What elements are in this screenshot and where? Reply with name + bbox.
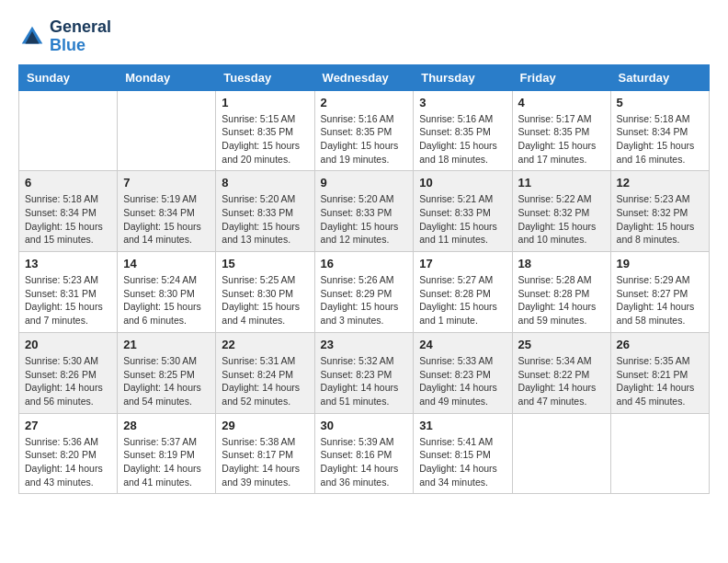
day-info: Sunrise: 5:35 AMSunset: 8:21 PMDaylight:… [617,354,703,408]
day-info: Sunrise: 5:30 AMSunset: 8:26 PMDaylight:… [25,354,111,408]
day-number: 21 [123,338,210,351]
day-number: 9 [321,176,408,190]
day-info: Sunrise: 5:16 AMSunset: 8:35 PMDaylight:… [321,112,408,167]
calendar-cell: 15Sunrise: 5:25 AMSunset: 8:30 PMDayligh… [216,252,314,333]
calendar-week-row: 13Sunrise: 5:23 AMSunset: 8:31 PMDayligh… [19,252,710,333]
day-number: 8 [222,176,308,190]
day-number: 29 [222,419,308,432]
day-number: 2 [321,96,408,109]
day-number: 23 [321,338,408,351]
day-number: 26 [617,338,703,351]
day-info: Sunrise: 5:20 AMSunset: 8:33 PMDaylight:… [321,192,408,247]
calendar-cell: 18Sunrise: 5:28 AMSunset: 8:28 PMDayligh… [512,252,610,333]
calendar-cell: 31Sunrise: 5:41 AMSunset: 8:15 PMDayligh… [414,413,512,494]
calendar-cell: 10Sunrise: 5:21 AMSunset: 8:33 PMDayligh… [414,171,512,252]
day-info: Sunrise: 5:20 AMSunset: 8:33 PMDaylight:… [222,192,308,247]
calendar-cell: 3Sunrise: 5:16 AMSunset: 8:35 PMDaylight… [414,90,512,171]
day-number: 30 [321,419,408,432]
day-number: 20 [25,338,111,351]
calendar-cell [512,413,610,494]
day-info: Sunrise: 5:16 AMSunset: 8:35 PMDaylight:… [419,112,506,167]
day-number: 10 [419,176,506,190]
day-number: 3 [419,96,506,109]
calendar-cell: 23Sunrise: 5:32 AMSunset: 8:23 PMDayligh… [314,332,414,413]
calendar-cell: 6Sunrise: 5:18 AMSunset: 8:34 PMDaylight… [19,171,118,252]
calendar-cell: 5Sunrise: 5:18 AMSunset: 8:34 PMDaylight… [610,90,709,171]
calendar-cell: 4Sunrise: 5:17 AMSunset: 8:35 PMDaylight… [512,90,610,171]
day-number: 18 [518,257,605,270]
weekday-header-tuesday: Tuesday [216,64,314,90]
calendar-cell: 30Sunrise: 5:39 AMSunset: 8:16 PMDayligh… [314,413,414,494]
day-info: Sunrise: 5:32 AMSunset: 8:23 PMDaylight:… [321,354,408,408]
day-info: Sunrise: 5:17 AMSunset: 8:35 PMDaylight:… [518,112,605,167]
day-info: Sunrise: 5:24 AMSunset: 8:30 PMDaylight:… [123,273,210,327]
calendar-cell: 8Sunrise: 5:20 AMSunset: 8:33 PMDaylight… [216,171,314,252]
day-info: Sunrise: 5:34 AMSunset: 8:22 PMDaylight:… [518,354,605,408]
day-number: 6 [25,176,111,190]
day-info: Sunrise: 5:29 AMSunset: 8:27 PMDaylight:… [617,273,703,327]
day-number: 11 [518,176,605,190]
day-info: Sunrise: 5:18 AMSunset: 8:34 PMDaylight:… [617,112,703,167]
logo-text-blue: Blue [50,37,111,55]
day-info: Sunrise: 5:19 AMSunset: 8:34 PMDaylight:… [123,192,210,247]
logo-icon [18,23,46,51]
day-number: 5 [617,96,703,109]
calendar-cell: 25Sunrise: 5:34 AMSunset: 8:22 PMDayligh… [512,332,610,413]
day-number: 14 [123,257,210,270]
day-number: 19 [617,257,703,270]
day-info: Sunrise: 5:23 AMSunset: 8:31 PMDaylight:… [25,273,111,327]
page-header: General Blue [18,18,710,55]
calendar-cell: 27Sunrise: 5:36 AMSunset: 8:20 PMDayligh… [19,413,118,494]
weekday-header-wednesday: Wednesday [314,64,414,90]
calendar-cell [610,413,709,494]
calendar-cell: 26Sunrise: 5:35 AMSunset: 8:21 PMDayligh… [610,332,709,413]
logo: General Blue [18,18,111,55]
day-number: 22 [222,338,308,351]
calendar-cell: 19Sunrise: 5:29 AMSunset: 8:27 PMDayligh… [610,252,709,333]
day-number: 1 [222,96,308,109]
calendar-cell: 7Sunrise: 5:19 AMSunset: 8:34 PMDaylight… [118,171,216,252]
calendar-cell [118,90,216,171]
weekday-header-monday: Monday [118,64,216,90]
calendar-cell: 22Sunrise: 5:31 AMSunset: 8:24 PMDayligh… [216,332,314,413]
calendar-week-row: 1Sunrise: 5:15 AMSunset: 8:35 PMDaylight… [19,90,710,171]
day-number: 24 [419,338,506,351]
day-info: Sunrise: 5:23 AMSunset: 8:32 PMDaylight:… [617,192,703,247]
calendar-week-row: 6Sunrise: 5:18 AMSunset: 8:34 PMDaylight… [19,171,710,252]
day-info: Sunrise: 5:26 AMSunset: 8:29 PMDaylight:… [321,273,408,327]
weekday-header-thursday: Thursday [414,64,512,90]
day-info: Sunrise: 5:28 AMSunset: 8:28 PMDaylight:… [518,273,605,327]
calendar-table: SundayMondayTuesdayWednesdayThursdayFrid… [18,64,710,495]
calendar-cell [19,90,118,171]
weekday-header-sunday: Sunday [19,64,118,90]
weekday-header-saturday: Saturday [610,64,709,90]
day-info: Sunrise: 5:36 AMSunset: 8:20 PMDaylight:… [25,435,111,489]
day-info: Sunrise: 5:30 AMSunset: 8:25 PMDaylight:… [123,354,210,408]
day-number: 25 [518,338,605,351]
calendar-cell: 2Sunrise: 5:16 AMSunset: 8:35 PMDaylight… [314,90,414,171]
day-info: Sunrise: 5:37 AMSunset: 8:19 PMDaylight:… [123,435,210,489]
calendar-cell: 14Sunrise: 5:24 AMSunset: 8:30 PMDayligh… [118,252,216,333]
calendar-cell: 1Sunrise: 5:15 AMSunset: 8:35 PMDaylight… [216,90,314,171]
day-info: Sunrise: 5:15 AMSunset: 8:35 PMDaylight:… [222,112,308,167]
logo-text-general: General [50,18,111,37]
calendar-cell: 24Sunrise: 5:33 AMSunset: 8:23 PMDayligh… [414,332,512,413]
weekday-header-friday: Friday [512,64,610,90]
day-info: Sunrise: 5:21 AMSunset: 8:33 PMDaylight:… [419,192,506,247]
calendar-cell: 13Sunrise: 5:23 AMSunset: 8:31 PMDayligh… [19,252,118,333]
calendar-cell: 9Sunrise: 5:20 AMSunset: 8:33 PMDaylight… [314,171,414,252]
day-number: 28 [123,419,210,432]
day-number: 31 [419,419,506,432]
day-number: 17 [419,257,506,270]
calendar-header-row: SundayMondayTuesdayWednesdayThursdayFrid… [19,64,710,90]
day-number: 27 [25,419,111,432]
calendar-cell: 21Sunrise: 5:30 AMSunset: 8:25 PMDayligh… [118,332,216,413]
day-info: Sunrise: 5:41 AMSunset: 8:15 PMDaylight:… [419,435,506,489]
day-number: 15 [222,257,308,270]
calendar-cell: 20Sunrise: 5:30 AMSunset: 8:26 PMDayligh… [19,332,118,413]
calendar-cell: 29Sunrise: 5:38 AMSunset: 8:17 PMDayligh… [216,413,314,494]
calendar-cell: 16Sunrise: 5:26 AMSunset: 8:29 PMDayligh… [314,252,414,333]
day-info: Sunrise: 5:18 AMSunset: 8:34 PMDaylight:… [25,192,111,247]
day-info: Sunrise: 5:39 AMSunset: 8:16 PMDaylight:… [321,435,408,489]
day-number: 12 [617,176,703,190]
